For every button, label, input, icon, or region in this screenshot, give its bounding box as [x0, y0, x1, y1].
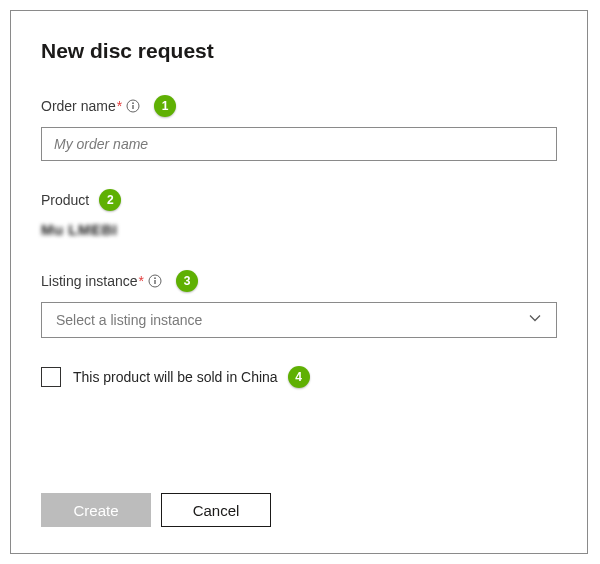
- svg-point-1: [132, 102, 134, 104]
- required-asterisk: *: [117, 98, 122, 114]
- svg-point-4: [154, 277, 156, 279]
- info-icon[interactable]: [126, 99, 140, 113]
- listing-instance-label-row: Listing instance * 3: [41, 270, 557, 292]
- listing-instance-placeholder: Select a listing instance: [56, 312, 202, 328]
- listing-instance-field: Listing instance * 3 Select a listing in…: [41, 270, 557, 338]
- svg-rect-2: [132, 105, 133, 109]
- cancel-button[interactable]: Cancel: [161, 493, 271, 527]
- create-button[interactable]: Create: [41, 493, 151, 527]
- product-value: Mu LMEBI: [41, 221, 557, 238]
- annotation-badge-1: 1: [154, 95, 176, 117]
- listing-instance-label: Listing instance: [41, 273, 138, 289]
- product-label: Product: [41, 192, 89, 208]
- sold-in-china-label: This product will be sold in China: [73, 369, 278, 385]
- product-label-row: Product 2: [41, 189, 557, 211]
- order-name-label: Order name: [41, 98, 116, 114]
- annotation-badge-4: 4: [288, 366, 310, 388]
- svg-rect-5: [154, 280, 155, 284]
- product-field: Product 2 Mu LMEBI: [41, 189, 557, 238]
- info-icon[interactable]: [148, 274, 162, 288]
- page-title: New disc request: [41, 39, 557, 63]
- order-name-field: Order name * 1: [41, 95, 557, 161]
- chevron-down-icon: [528, 311, 542, 329]
- order-name-input[interactable]: [41, 127, 557, 161]
- annotation-badge-3: 3: [176, 270, 198, 292]
- new-disc-request-panel: New disc request Order name * 1 Product …: [10, 10, 588, 554]
- required-asterisk: *: [139, 273, 144, 289]
- order-name-label-row: Order name * 1: [41, 95, 557, 117]
- annotation-badge-2: 2: [99, 189, 121, 211]
- sold-in-china-checkbox[interactable]: [41, 367, 61, 387]
- listing-instance-select[interactable]: Select a listing instance: [41, 302, 557, 338]
- sold-in-china-row: This product will be sold in China 4: [41, 366, 557, 388]
- button-row: Create Cancel: [41, 493, 271, 527]
